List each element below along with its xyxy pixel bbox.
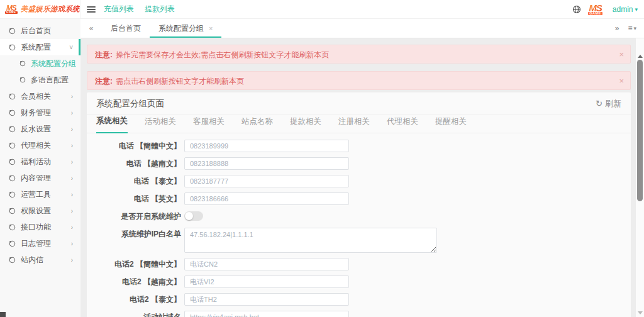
- tab-reminder[interactable]: 提醒相关: [435, 116, 467, 133]
- phone-th-field[interactable]: [184, 175, 349, 187]
- ip-whitelist-field[interactable]: 47.56.182.24|1.1.1.1: [184, 228, 437, 253]
- maintenance-toggle[interactable]: [184, 211, 203, 221]
- sidebar-item-logs[interactable]: 日志管理 ›: [0, 235, 80, 252]
- notice-alert-1: 注意:操作完需要保存才会生效;需点击右侧刷新按钮文字才能刷新本页 ×: [87, 45, 631, 64]
- activity-domain-field[interactable]: [184, 311, 349, 317]
- chevron-right-icon: ›: [71, 257, 73, 264]
- field-label: 电话 【英文】: [87, 192, 181, 205]
- content-area: 注意:操作完需要保存才会生效;需点击右侧刷新按钮文字才能刷新本页 × 注意:需点…: [80, 38, 635, 317]
- alert-message: 需点击右侧刷新按钮文字才能刷新本页: [116, 77, 244, 86]
- close-icon[interactable]: ×: [619, 45, 624, 64]
- tab-site-name[interactable]: 站点名称: [242, 116, 273, 133]
- bottom-left-corner-mark: [0, 312, 6, 317]
- tab-home[interactable]: 后台首页: [102, 19, 150, 38]
- phone-en-field[interactable]: [184, 192, 349, 205]
- sidebar-item-label: 权限设置: [21, 206, 51, 216]
- form-row: 系统维护IP白名单 47.56.182.24|1.1.1.1: [87, 228, 631, 253]
- sidebar-item-finance[interactable]: 财务管理 ›: [0, 104, 80, 121]
- chevron-right-icon: ›: [71, 93, 73, 100]
- tab-activity[interactable]: 活动相关: [145, 116, 176, 133]
- phone2-th-field[interactable]: [184, 293, 349, 306]
- tabs-menu-button[interactable]: ≡ ▾: [628, 24, 636, 33]
- form-row: 电话2 【泰文】: [87, 293, 631, 306]
- chevron-down-icon: ˅: [69, 44, 73, 51]
- nav-recharge-list[interactable]: 充值列表: [104, 4, 134, 14]
- form-row: 电话 【簡體中文】: [87, 140, 631, 152]
- user-menu[interactable]: admin ▾: [613, 5, 638, 14]
- config-panel: 系统配置分组页面 ↻ 刷新 系统相关 活动相关 客服相关 站点名称 提款相关 注…: [87, 92, 631, 317]
- tabs-scroll-left-icon[interactable]: «: [80, 19, 102, 38]
- form-row: 电话2 【簡體中文】: [87, 258, 631, 270]
- circle-icon: [9, 28, 16, 35]
- circle-icon: [9, 44, 16, 51]
- tab-label: 系统配置分组: [158, 23, 204, 34]
- phone2-cn-field[interactable]: [184, 258, 349, 270]
- sidebar-item-member[interactable]: 会员相关 ›: [0, 88, 80, 104]
- sidebar-item-api[interactable]: 接口功能 ›: [0, 219, 80, 235]
- vertical-scrollbar[interactable]: [635, 38, 644, 317]
- field-label: 电话2 【泰文】: [87, 293, 181, 306]
- form-row: 活动站域名: [87, 311, 631, 317]
- notice-alert-2: 注意:需点击右侧刷新按钮文字才能刷新本页 ×: [87, 71, 631, 90]
- refresh-button[interactable]: ↻ 刷新: [596, 98, 621, 109]
- sidebar-item-content[interactable]: 内容管理 ›: [0, 170, 80, 186]
- sidebar-item-label: 财务管理: [21, 108, 51, 118]
- sidebar-item-home[interactable]: 后台首页: [0, 23, 80, 39]
- refresh-icon: ↻: [596, 99, 602, 108]
- circle-icon: [9, 175, 16, 182]
- caret-down-icon: ▾: [635, 6, 638, 13]
- tab-close-icon[interactable]: ×: [209, 25, 213, 32]
- app-window: MS GAME 美盛娱乐游戏系统 充值列表 提款列表 MS GAME admin…: [0, 0, 644, 317]
- sidebar-item-label: 福利活动: [21, 157, 51, 167]
- field-label: 电话 【越南文】: [87, 157, 181, 170]
- phone-cn-field[interactable]: [184, 140, 349, 152]
- caret-down-icon: ▾: [633, 25, 636, 31]
- tabbar-right-tools: » ≡ ▾: [615, 19, 644, 38]
- form-row: 是否开启系统维护: [87, 210, 631, 223]
- sidebar-subitem-config-group[interactable]: 系统配置分组: [0, 55, 80, 72]
- tab-customer-service[interactable]: 客服相关: [193, 116, 225, 133]
- tab-agent[interactable]: 代理相关: [387, 116, 418, 133]
- config-tabs: 系统相关 活动相关 客服相关 站点名称 提款相关 注册相关 代理相关 提醒相关: [87, 115, 631, 133]
- circle-icon: [9, 142, 16, 149]
- page-tabbar: « 后台首页 系统配置分组 × » ≡ ▾: [80, 19, 644, 38]
- sidebar-item-ops-tools[interactable]: 运营工具 ›: [0, 186, 80, 203]
- hamburger-menu-icon[interactable]: [87, 6, 96, 13]
- brand-area: MS GAME 美盛娱乐游戏系统: [0, 0, 80, 18]
- tabs-scroll-right-icon[interactable]: »: [615, 24, 619, 33]
- sidebar-item-agent[interactable]: 代理相关 ›: [0, 137, 80, 153]
- sidebar-subitem-multilang[interactable]: 多语言配置: [0, 72, 80, 88]
- close-icon[interactable]: ×: [619, 72, 624, 90]
- phone-vn-field[interactable]: [184, 157, 349, 170]
- sidebar-item-welfare[interactable]: 福利活动 ›: [0, 153, 80, 170]
- circle-icon: [9, 208, 16, 214]
- tab-config-group[interactable]: 系统配置分组 ×: [150, 19, 221, 38]
- chevron-right-icon: ›: [71, 240, 73, 247]
- chevron-right-icon: ›: [71, 109, 73, 116]
- scrollbar-thumb[interactable]: [637, 60, 643, 201]
- globe-icon[interactable]: [572, 5, 581, 14]
- circle-icon: [19, 77, 26, 83]
- ms-game-logo-icon: MS GAME: [588, 3, 602, 16]
- scroll-down-arrow-icon[interactable]: [638, 311, 643, 314]
- sidebar-item-label: 多语言配置: [31, 75, 69, 86]
- sidebar-item-rebate[interactable]: 反水设置 ›: [0, 121, 80, 137]
- chevron-right-icon: ›: [71, 175, 73, 182]
- phone2-vn-field[interactable]: [184, 275, 349, 288]
- sidebar-item-messages[interactable]: 站内信 ›: [0, 252, 80, 268]
- sidebar-item-system-config[interactable]: 系统配置 ˅: [0, 39, 80, 55]
- sidebar-item-permissions[interactable]: 权限设置 ›: [0, 203, 80, 219]
- circle-icon: [9, 224, 16, 231]
- toggle-knob: [185, 212, 193, 220]
- sidebar-item-label: 接口功能: [21, 222, 51, 233]
- top-header: MS GAME 美盛娱乐游戏系统 充值列表 提款列表 MS GAME admin…: [0, 0, 644, 19]
- chevron-right-icon: ›: [71, 208, 73, 214]
- sidebar-item-label: 会员相关: [21, 91, 51, 102]
- tab-withdraw[interactable]: 提款相关: [290, 116, 321, 133]
- scroll-up-arrow-icon[interactable]: [638, 55, 643, 58]
- tab-system[interactable]: 系统相关: [96, 116, 128, 133]
- field-label: 电话2 【簡體中文】: [87, 258, 181, 270]
- tab-register[interactable]: 注册相关: [338, 116, 370, 133]
- field-label: 电话 【簡體中文】: [87, 140, 181, 152]
- nav-withdraw-list[interactable]: 提款列表: [145, 4, 175, 14]
